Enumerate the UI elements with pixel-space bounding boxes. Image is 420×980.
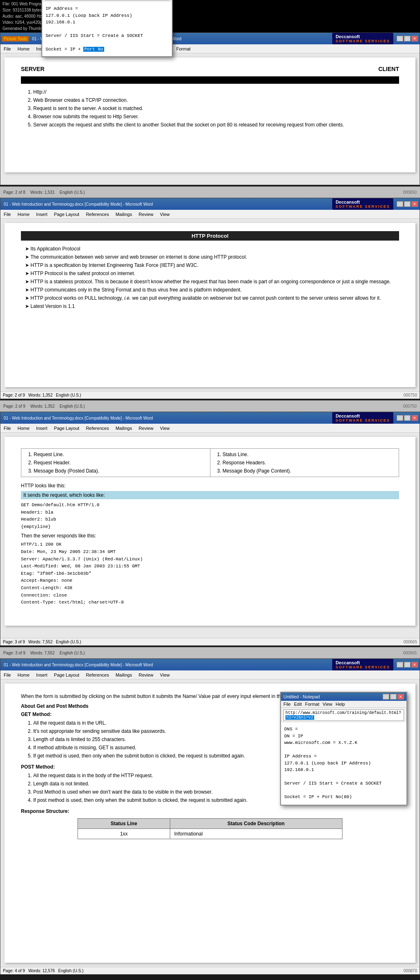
response-structure-label: Response Structure: [21, 808, 399, 814]
maximize-btn-4[interactable]: □ [404, 662, 411, 668]
menu-file-2[interactable]: File [2, 211, 13, 218]
taskbar-title-4: 01 - Web Introduction and Terminology.do… [4, 663, 332, 667]
doc-page-1: SERVER CLIENT Http:// Web Browser create… [5, 57, 415, 172]
maximize-btn-1[interactable]: □ [404, 36, 411, 41]
close-btn-1[interactable]: ✕ [411, 36, 418, 41]
req-resp-table: Request Line. Request Header. Message Bo… [21, 448, 399, 477]
close-btn-2[interactable]: ✕ [411, 201, 418, 207]
menu-file-3[interactable]: File [2, 425, 13, 431]
page-break-1: Page: 2 of 8 Words: 1,531 English (U.S.)… [0, 186, 420, 198]
maximize-btn-2[interactable]: □ [404, 201, 411, 207]
deccansoft-logo-1: Deccansoft SOFTWARE SERVICES [332, 33, 393, 44]
menu-references-3[interactable]: References [84, 425, 110, 431]
doc-area-3: Request Line. Request Header. Message Bo… [0, 433, 420, 638]
doc-page-3: Request Line. Request Header. Message Bo… [5, 437, 415, 626]
menu-insert-3[interactable]: Insert [34, 425, 49, 431]
menu-view-2[interactable]: View [158, 211, 171, 218]
menu-mailings-2[interactable]: Mailings [114, 211, 134, 218]
menu-review-4[interactable]: Review [137, 672, 155, 678]
menu-review-3[interactable]: Review [137, 425, 155, 431]
status-bar-3: Page: 3 of 9 Words: 7,552 English (U.S.)… [0, 638, 420, 645]
menu-file-1[interactable]: File [2, 46, 13, 52]
word-window-1: Picture Tools 01 - Web Introduction and … [0, 32, 420, 185]
picture-tools-tab[interactable]: Picture Tools [2, 36, 29, 41]
menu-insert-4[interactable]: Insert [34, 672, 49, 678]
req-item-2: Request Header. [34, 459, 206, 467]
menu-mailings-4[interactable]: Mailings [114, 672, 134, 678]
close-btn-4[interactable]: ✕ [411, 662, 418, 668]
menu-view-3[interactable]: View [158, 425, 171, 431]
resp-item-2: Response Headers. [223, 459, 395, 467]
status-1xx-desc: Informational [170, 829, 342, 839]
notepad2-menu-edit[interactable]: Edit [294, 702, 302, 707]
status-line-header: Status Line [78, 819, 170, 829]
table-row: 1xx Informational [78, 829, 342, 839]
notepad2-menu-file[interactable]: File [283, 702, 291, 707]
get-request-block: GET Demo/default.htm HTTP/1.0 Header1: b… [21, 502, 399, 530]
notepad2-menu-view[interactable]: View [323, 702, 333, 707]
doc-area-4: When the form is submitted by clicking o… [0, 679, 420, 967]
notepad2-min[interactable]: − [383, 694, 389, 700]
menu-file-4[interactable]: File [2, 672, 13, 678]
notepad-url-1: http://www.microsoft.com/training/defaul… [45, 0, 169, 0]
notepad2-menu-format[interactable]: Format [305, 702, 320, 707]
resp-item-3: Message Body (Page Content). [223, 467, 395, 475]
highlight-portno: Port No [83, 47, 104, 52]
menu-review-2[interactable]: Review [137, 211, 155, 218]
menu-insert-2[interactable]: Insert [34, 211, 49, 218]
word-window-4: 01 - Web Introduction and Terminology.do… [0, 659, 420, 975]
list-item-1-3: Request is sent to the server. A socket … [33, 104, 399, 112]
status-code-table: Status Line Status Code Description 1xx … [78, 818, 342, 839]
minimize-btn-3[interactable]: − [397, 415, 403, 421]
notepad2-max[interactable]: □ [390, 694, 397, 700]
notepad2-content[interactable]: DNS = DN = IP www.microsoft.com = X.Y.Z.… [281, 723, 406, 805]
deccansoft-logo-3: Deccansoft SOFTWARE SERVICES [332, 412, 393, 424]
menu-pagelayout-3[interactable]: Page Layout [52, 425, 81, 431]
word-menu-4: File Home Insert Page Layout References … [0, 670, 420, 679]
minimize-btn-4[interactable]: − [397, 662, 403, 668]
notepad2-close[interactable]: ✕ [397, 694, 404, 700]
minimize-btn-1[interactable]: − [397, 36, 403, 41]
menu-mailings-3[interactable]: Mailings [114, 425, 134, 431]
http-bullet-7: HTTP protocol works on PULL technology, … [25, 294, 399, 302]
server-label: SERVER [21, 66, 44, 72]
maximize-btn-3[interactable]: □ [404, 415, 411, 421]
menu-home-3[interactable]: Home [16, 425, 31, 431]
close-btn-3[interactable]: ✕ [411, 415, 418, 421]
menu-pagelayout-4[interactable]: Page Layout [52, 672, 81, 678]
word-menu-3: File Home Insert Page Layout References … [0, 424, 420, 433]
taskbar-3: 01 - Web Introduction and Terminology.do… [0, 412, 420, 424]
menu-home-1[interactable]: Home [16, 46, 31, 52]
menu-view-4[interactable]: View [158, 672, 171, 678]
menu-references-4[interactable]: References [84, 672, 110, 678]
taskbar-title-2: 01 - Web Introduction and Terminology.do… [4, 202, 332, 207]
req-item-1: Request Line. [34, 450, 206, 459]
menu-format-1[interactable]: Format [175, 46, 192, 52]
taskbar-4: 01 - Web Introduction and Terminology.do… [0, 659, 420, 670]
status-bar-2: Page: 2 of 9 Words: 1,352 English (U.S.)… [0, 391, 420, 399]
notepad-content-1[interactable]: IP Address = 127.0.0.1 (Loop back IP Add… [42, 2, 172, 56]
notepad-window-1: Untitled - Notepad − □ ✕ File Edit Forma… [41, 0, 173, 57]
menu-home-2[interactable]: Home [16, 211, 31, 218]
http-heading: HTTP Protocol [21, 231, 399, 241]
req-item-3: Message Body (Posted Data). [34, 467, 206, 475]
minimize-btn-2[interactable]: − [397, 201, 403, 207]
word-window-2: 01 - Web Introduction and Terminology.do… [0, 198, 420, 399]
http-bullet-5: HTTP is a stateless protocol. This is be… [25, 278, 399, 286]
deccansoft-logo-2: Deccansoft SOFTWARE SERVICES [332, 198, 393, 210]
notepad-titlebar-2: Untitled - Notepad − □ ✕ [281, 693, 406, 701]
menu-pagelayout-2[interactable]: Page Layout [52, 211, 81, 218]
response-block: HTTP/1.1 200 OK Date: Mon, 23 May 2005 2… [21, 541, 399, 606]
menu-home-4[interactable]: Home [16, 672, 31, 678]
status-bar-4: Page: 4 of 9 Words: 12,576 English (U.S.… [0, 967, 420, 974]
menu-references-2[interactable]: References [84, 211, 110, 218]
notepad2-url: http://www.microsoft.com/training/defaul… [283, 709, 404, 721]
http-bullet-2: The communication between web server and… [25, 253, 399, 261]
http-bullet-8: Latest Version is 1.1 [25, 302, 399, 310]
numbered-list-1: Http:// Web Browser creates a TCP/IP con… [21, 88, 399, 129]
notepad2-menu-help[interactable]: Help [336, 702, 345, 707]
deccansoft-logo-4: Deccansoft SOFTWARE SERVICES [332, 659, 393, 670]
http-bullet-3: HTTP is a specification by Internet Engi… [25, 261, 399, 269]
highlighted-text: It sends the request, which looks like: [21, 491, 399, 499]
word-menu-2: File Home Insert Page Layout References … [0, 210, 420, 219]
